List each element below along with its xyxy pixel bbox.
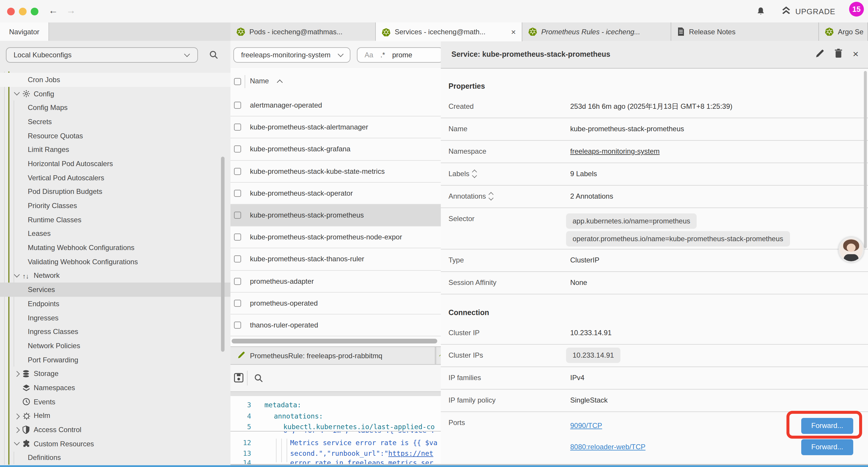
row-checkbox[interactable] <box>234 300 241 307</box>
sidebar-item-label: Limit Ranges <box>0 146 69 154</box>
delete-resource-icon[interactable] <box>834 49 843 60</box>
sidebar-item-storage[interactable]: Storage <box>0 367 230 381</box>
detail-scrollbar-thumb[interactable] <box>864 71 867 248</box>
forward-button[interactable]: Forward... <box>801 439 853 455</box>
select-all-checkbox[interactable] <box>234 78 241 85</box>
sidebar-item-definitions[interactable]: Definitions <box>0 451 230 465</box>
notification-count-badge[interactable]: 15 <box>849 2 864 17</box>
notifications-bell-icon[interactable] <box>756 6 765 18</box>
filter-search-input[interactable]: Aa .* prome <box>357 47 441 63</box>
sidebar-item-network[interactable]: ↑↓Network <box>0 269 230 283</box>
table-row[interactable]: alertmanager-operated <box>230 95 441 116</box>
port-link[interactable]: 8080:reloader-web/TCP <box>570 438 646 455</box>
editor-search-icon[interactable] <box>254 374 263 384</box>
namespace-link[interactable]: freeleaps-monitoring-system <box>570 140 660 162</box>
expander-icon[interactable] <box>490 193 493 200</box>
sidebar-item-label: Custom Resources <box>0 439 94 448</box>
tab-close-icon[interactable]: × <box>507 27 516 37</box>
table-row[interactable]: kube-prometheus-stack-alertmanager <box>230 116 441 138</box>
regex-toggle[interactable]: .* <box>380 51 385 59</box>
sidebar-item-config[interactable]: Config <box>0 87 230 100</box>
sidebar-item-leases[interactable]: Leases <box>0 227 230 241</box>
minimize-window-button[interactable] <box>19 7 27 15</box>
sidebar-item-access-control[interactable]: Access Control <box>0 423 230 437</box>
sidebar-item-resource-quotas[interactable]: Resource Quotas <box>0 129 230 143</box>
sidebar-item-endpoints[interactable]: Endpoints <box>0 297 230 311</box>
property-value: SingleStack <box>570 389 608 411</box>
row-checkbox[interactable] <box>234 278 241 285</box>
sidebar-item-ingresses[interactable]: Ingresses <box>0 311 230 324</box>
expander-icon[interactable] <box>473 170 476 177</box>
sidebar-item-vertical-pod-autoscalers[interactable]: Vertical Pod Autoscalers <box>0 171 230 185</box>
sidebar-item-limit-ranges[interactable]: Limit Ranges <box>0 143 230 157</box>
back-button[interactable]: ← <box>49 5 58 17</box>
table-row[interactable]: kube-prometheus-stack-kube-state-metrics <box>230 160 441 182</box>
row-checkbox[interactable] <box>234 190 241 197</box>
kubeconfig-select[interactable]: Local Kubeconfigs <box>6 47 198 63</box>
table-row[interactable]: prometheus-adapter <box>230 270 441 292</box>
close-window-button[interactable] <box>7 7 15 15</box>
sidebar-item-events[interactable]: Events <box>0 395 230 409</box>
close-panel-icon[interactable]: × <box>852 50 859 59</box>
row-checkbox[interactable] <box>234 233 241 241</box>
maximize-window-button[interactable] <box>31 7 38 15</box>
table-horizontal-scrollbar[interactable] <box>231 339 437 344</box>
avatar[interactable] <box>838 237 864 262</box>
row-checkbox[interactable] <box>234 256 241 263</box>
tab-services[interactable]: Services - icecheng@math...× <box>376 23 522 41</box>
sidebar-item-validating-webhook-configurations[interactable]: Validating Webhook Configurations <box>0 255 230 269</box>
table-row[interactable]: kube-prometheus-stack-grafana <box>230 139 441 160</box>
row-checkbox[interactable] <box>234 322 241 329</box>
table-row[interactable]: thanos-ruler-operated <box>230 315 441 337</box>
sidebar-item-services[interactable]: Services <box>0 283 230 297</box>
port-link[interactable]: 9090/TCP <box>570 417 602 434</box>
table-row[interactable]: prometheus-operated <box>230 292 441 314</box>
property-value: 2 Annotations <box>570 185 613 207</box>
tab-release[interactable]: Release Notes <box>671 23 819 41</box>
sidebar-item-priority-classes[interactable]: Priority Classes <box>0 199 230 212</box>
sidebar-item-runtime-classes[interactable]: Runtime Classes <box>0 213 230 227</box>
yaml-editor[interactable]: 3metadata:4annotations:5kubectl.kubernet… <box>230 396 441 467</box>
table-row[interactable]: kube-prometheus-stack-prometheus-node-ex… <box>230 226 441 248</box>
search-value: prome <box>392 51 412 59</box>
editor-tab-partial[interactable] <box>437 347 441 364</box>
sidebar-item-label: Vertical Pod Autoscalers <box>0 174 104 182</box>
namespace-select[interactable]: freeleaps-monitoring-system <box>234 47 350 63</box>
updown-icon: ↑↓ <box>23 272 31 280</box>
sidebar-item-pod-disruption-budgets[interactable]: Pod Disruption Budgets <box>0 185 230 199</box>
sidebar-item-namespaces[interactable]: Namespaces <box>0 381 230 395</box>
sidebar-item-ingress-classes[interactable]: Ingress Classes <box>0 325 230 339</box>
upgrade-chevrons-icon <box>781 6 791 17</box>
code-link[interactable]: https://net <box>388 449 433 457</box>
sidebar-item-helm[interactable]: Helm <box>0 409 230 423</box>
sidebar-item-mutating-webhook-configurations[interactable]: Mutating Webhook Configurations <box>0 241 230 255</box>
sidebar-item-cron-jobs[interactable]: Cron Jobs <box>0 73 230 87</box>
row-checkbox[interactable] <box>234 146 241 153</box>
edit-resource-icon[interactable] <box>815 49 824 60</box>
sidebar-scrollbar-thumb[interactable] <box>221 157 224 352</box>
sidebar-item-config-maps[interactable]: Config Maps <box>0 101 230 115</box>
tab-navigator[interactable]: Navigator <box>0 23 49 41</box>
sidebar-item-secrets[interactable]: Secrets <box>0 115 230 128</box>
table-row[interactable]: kube-prometheus-stack-thanos-ruler <box>230 249 441 270</box>
upgrade-button[interactable]: UPGRADE <box>781 6 836 17</box>
sidebar-item-custom-resources[interactable]: Custom Resources <box>0 437 230 451</box>
sidebar-item-network-policies[interactable]: Network Policies <box>0 339 230 353</box>
row-checkbox[interactable] <box>234 102 241 109</box>
forward-button[interactable]: → <box>66 5 75 17</box>
sidebar-item-horizontal-pod-autoscalers[interactable]: Horizontal Pod Autoscalers <box>0 157 230 171</box>
name-column-header[interactable]: Name <box>250 77 269 85</box>
sidebar-item-port-forwarding[interactable]: Port Forwarding <box>0 353 230 367</box>
sidebar-search-icon[interactable] <box>209 50 218 61</box>
editor-tab-prometheusrule[interactable]: PrometheusRule: freeleaps-prod-rabbitmq <box>230 347 435 364</box>
row-checkbox[interactable] <box>234 124 241 131</box>
table-row[interactable]: kube-prometheus-stack-prometheus <box>230 205 441 226</box>
tab-pods[interactable]: Pods - icecheng@mathmas... <box>230 23 376 41</box>
tab-argo[interactable]: Argo Se <box>819 23 868 41</box>
row-checkbox[interactable] <box>234 168 241 175</box>
save-icon[interactable] <box>234 373 243 384</box>
row-checkbox[interactable] <box>234 212 241 219</box>
tab-prometheus[interactable]: Prometheus Rules - icecheng... <box>522 23 671 41</box>
table-row[interactable]: kube-prometheus-stack-operator <box>230 183 441 205</box>
match-case-toggle[interactable]: Aa <box>365 51 373 59</box>
